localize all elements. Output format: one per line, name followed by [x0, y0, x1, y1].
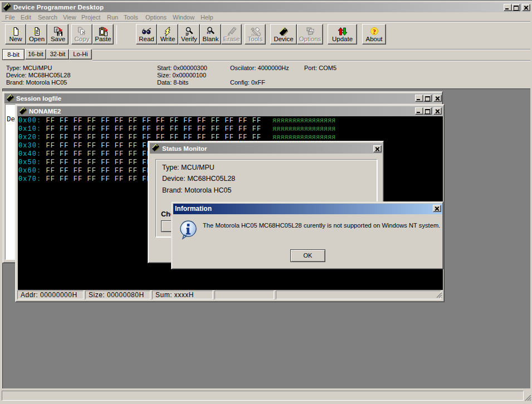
svg-text:?: ? — [373, 28, 376, 36]
